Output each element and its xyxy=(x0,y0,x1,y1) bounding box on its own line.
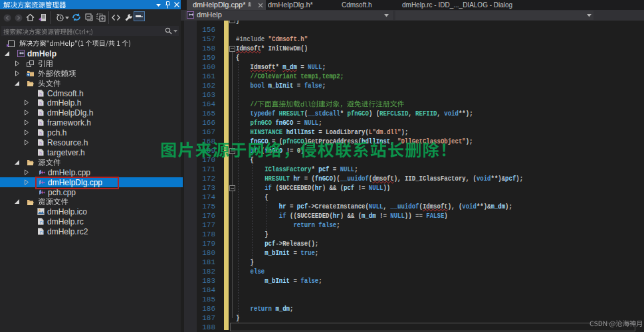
svg-text:h: h xyxy=(39,121,42,126)
svg-text:rc: rc xyxy=(39,230,44,235)
svg-text:h: h xyxy=(39,92,42,97)
svg-text:h: h xyxy=(39,131,42,136)
svg-text:++: ++ xyxy=(41,169,45,175)
svg-text:rc: rc xyxy=(39,220,44,225)
svg-text:++: ++ xyxy=(41,189,45,195)
svg-text:h: h xyxy=(39,141,42,146)
svg-text:h: h xyxy=(39,151,42,156)
svg-text:h: h xyxy=(39,101,42,106)
svg-text:h: h xyxy=(39,111,42,116)
